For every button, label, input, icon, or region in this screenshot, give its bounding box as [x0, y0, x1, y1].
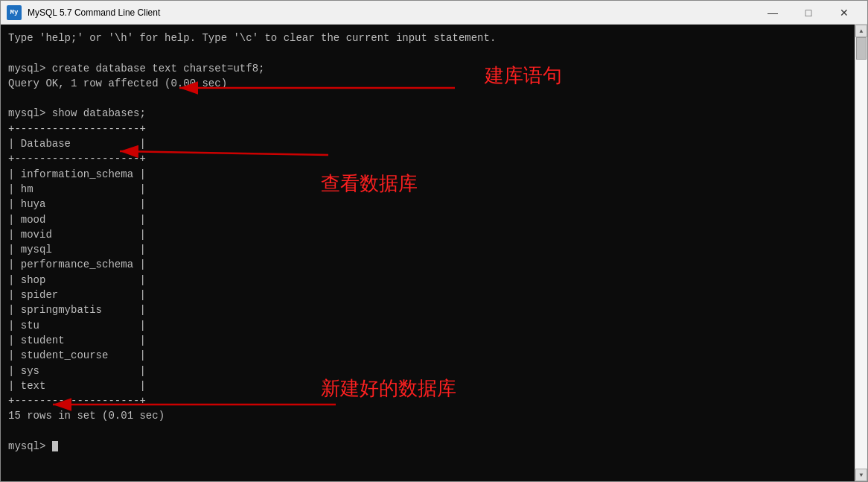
table-header: | Database | [8, 136, 847, 151]
db-row-5: | movid | [8, 227, 847, 242]
blank-line-3 [8, 424, 847, 439]
maximize-button[interactable]: □ [791, 2, 826, 23]
window-title: MySQL 5.7 Command Line Client [28, 7, 756, 18]
minimize-button[interactable]: — [756, 2, 790, 23]
table-top: +--------------------+ [8, 121, 847, 136]
db-row-3: | huya | [8, 197, 847, 212]
db-row-10: | springmybatis | [8, 302, 847, 317]
result-line: 15 rows in set (0.01 sec) [8, 408, 847, 423]
db-row-11: | stu | [8, 318, 847, 333]
table-bottom: +--------------------+ [8, 393, 847, 408]
db-row-4: | mood | [8, 212, 847, 227]
prompt-line: mysql> [8, 439, 847, 454]
app-icon: My [7, 5, 22, 20]
blank-line-2 [8, 91, 847, 106]
help-line: Type 'help;' or '\h' for help. Type '\c'… [8, 31, 847, 45]
db-row-13: | student_course | [8, 348, 847, 363]
scroll-up-button[interactable]: ▲ [855, 25, 867, 37]
blank-line-1 [8, 45, 847, 60]
db-row-12: | student | [8, 333, 847, 348]
db-row-text: | text | [8, 378, 847, 393]
titlebar: My MySQL 5.7 Command Line Client — □ ✕ [1, 1, 867, 25]
db-row-1: | information_schema | [8, 167, 847, 182]
db-row-8: | shop | [8, 273, 847, 288]
create-db-command: mysql> create database text charset=utf8… [8, 61, 847, 76]
scrollbar-track[interactable] [855, 37, 867, 469]
scroll-down-button[interactable]: ▼ [855, 469, 867, 481]
db-row-14: | sys | [8, 364, 847, 378]
table-divider: +--------------------+ [8, 151, 847, 166]
show-db-command: mysql> show databases; [8, 106, 847, 121]
db-row-2: | hm | [8, 182, 847, 197]
db-row-6: | mysql | [8, 242, 847, 257]
scrollbar[interactable]: ▲ ▼ [855, 25, 867, 481]
query-ok-line: Query OK, 1 row affected (0.00 sec) [8, 76, 847, 91]
cursor [52, 441, 58, 451]
close-button[interactable]: ✕ [827, 2, 861, 23]
db-row-7: | performance_schema | [8, 257, 847, 272]
db-row-9: | spider | [8, 288, 847, 302]
scrollbar-thumb[interactable] [856, 37, 867, 60]
terminal[interactable]: Type 'help;' or '\h' for help. Type '\c'… [1, 25, 855, 481]
main-area: Type 'help;' or '\h' for help. Type '\c'… [1, 25, 867, 481]
window-controls: — □ ✕ [756, 2, 861, 23]
window: My MySQL 5.7 Command Line Client — □ ✕ T… [0, 0, 868, 482]
